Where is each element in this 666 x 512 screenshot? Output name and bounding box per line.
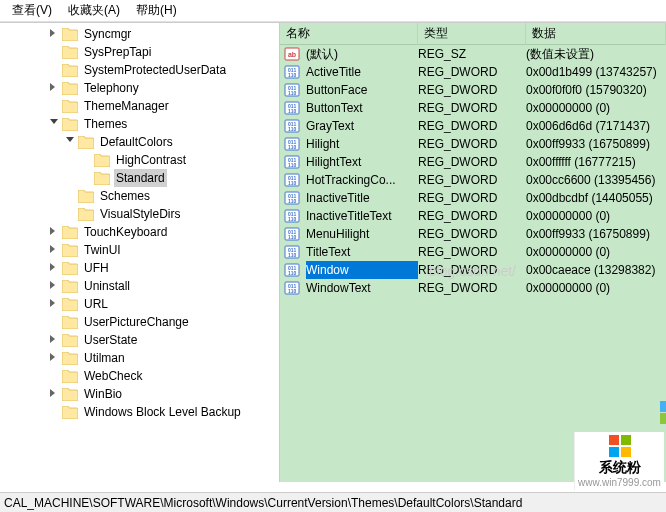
value-name: ActiveTitle [306,63,418,81]
value-row[interactable]: HilightTextREG_DWORD0x00ffffff (16777215… [280,153,666,171]
value-name: (默认) [306,45,418,63]
chevron-right-icon[interactable] [48,27,62,41]
chevron-right-icon [48,63,62,77]
value-row[interactable]: MenuHilightREG_DWORD0x00ff9933 (16750899… [280,225,666,243]
tree-item[interactable]: Standard [0,169,279,187]
value-type: REG_DWORD [418,243,526,261]
chevron-down-icon[interactable] [64,135,78,149]
col-header-data[interactable]: 数据 [526,23,666,45]
tree-item[interactable]: WinBio [0,385,279,403]
chevron-right-icon[interactable] [48,387,62,401]
reg-dword-icon [284,118,300,134]
folder-icon [94,154,110,167]
chevron-right-icon[interactable] [48,225,62,239]
value-type: REG_DWORD [418,153,526,171]
chevron-right-icon[interactable] [48,333,62,347]
tree-item-label: Uninstall [82,277,132,295]
tree-item-label: VisualStyleDirs [98,205,182,223]
tree-item[interactable]: TwinUI [0,241,279,259]
brand-logo-icon [609,435,631,457]
value-row[interactable]: (默认)REG_SZ(数值未设置) [280,45,666,63]
tree-item[interactable]: VisualStyleDirs [0,205,279,223]
reg-dword-icon [284,172,300,188]
value-type: REG_DWORD [418,117,526,135]
chevron-right-icon[interactable] [48,261,62,275]
tree-item-label: TouchKeyboard [82,223,169,241]
tree-item[interactable]: Utilman [0,349,279,367]
chevron-down-icon[interactable] [48,117,62,131]
chevron-right-icon[interactable] [48,243,62,257]
col-header-type[interactable]: 类型 [418,23,526,45]
folder-icon [94,172,110,185]
value-name: HotTrackingCo... [306,171,418,189]
folder-icon [62,64,78,77]
folder-icon [62,334,78,347]
tree-item[interactable]: WebCheck [0,367,279,385]
value-row[interactable]: WindowREG_DWORD0x00caeace (13298382) [280,261,666,279]
menu-item[interactable]: 收藏夹(A) [60,0,128,21]
folder-icon [62,352,78,365]
tree-item[interactable]: Uninstall [0,277,279,295]
value-row[interactable]: HilightREG_DWORD0x00ff9933 (16750899) [280,135,666,153]
value-row[interactable]: TitleTextREG_DWORD0x00000000 (0) [280,243,666,261]
chevron-right-icon[interactable] [48,297,62,311]
tree-item[interactable]: TouchKeyboard [0,223,279,241]
value-row[interactable]: InactiveTitleTextREG_DWORD0x00000000 (0) [280,207,666,225]
tree-item[interactable]: Syncmgr [0,25,279,43]
value-name: Hilight [306,135,418,153]
value-row[interactable]: WindowTextREG_DWORD0x00000000 (0) [280,279,666,297]
tree-pane[interactable]: SyncmgrSysPrepTapiSystemProtectedUserDat… [0,23,280,482]
col-header-name[interactable]: 名称 [280,23,418,45]
values-pane[interactable]: 名称 类型 数据 (默认)REG_SZ(数值未设置)ActiveTitleREG… [280,23,666,482]
value-row[interactable]: ButtonTextREG_DWORD0x00000000 (0) [280,99,666,117]
value-type: REG_DWORD [418,135,526,153]
value-data: 0x00ff9933 (16750899) [526,225,666,243]
value-row[interactable]: ButtonFaceREG_DWORD0x00f0f0f0 (15790320) [280,81,666,99]
value-name: Window [306,261,418,279]
column-headers[interactable]: 名称 类型 数据 [280,23,666,45]
value-type: REG_DWORD [418,63,526,81]
value-row[interactable]: ActiveTitleREG_DWORD0x00d1b499 (13743257… [280,63,666,81]
value-type: REG_DWORD [418,171,526,189]
chevron-right-icon[interactable] [48,81,62,95]
chevron-right-icon[interactable] [48,279,62,293]
reg-dword-icon [284,64,300,80]
tree-item[interactable]: Windows Block Level Backup [0,403,279,421]
value-type: REG_DWORD [418,207,526,225]
tree-item[interactable]: DefaultColors [0,133,279,151]
tree-item-label: UserState [82,331,139,349]
tree-item[interactable]: ThemeManager [0,97,279,115]
value-type: REG_DWORD [418,261,526,279]
menu-item[interactable]: 帮助(H) [128,0,185,21]
folder-icon [62,226,78,239]
tree-item[interactable]: HighContrast [0,151,279,169]
menu-item[interactable]: 查看(V) [4,0,60,21]
tree-item-label: Syncmgr [82,25,133,43]
reg-dword-icon [284,190,300,206]
tree-item[interactable]: Telephony [0,79,279,97]
tree-item-label: SysPrepTapi [82,43,153,61]
tree-item[interactable]: Schemes [0,187,279,205]
tree-item-label: SystemProtectedUserData [82,61,228,79]
chevron-right-icon[interactable] [48,351,62,365]
value-name: ButtonFace [306,81,418,99]
folder-icon [62,28,78,41]
tree-item[interactable]: SystemProtectedUserData [0,61,279,79]
value-row[interactable]: GrayTextREG_DWORD0x006d6d6d (7171437) [280,117,666,135]
value-row[interactable]: InactiveTitleREG_DWORD0x00dbcdbf (144050… [280,189,666,207]
tree-item-label: TwinUI [82,241,123,259]
tree-item[interactable]: URL [0,295,279,313]
tree-item[interactable]: UserPictureChange [0,313,279,331]
tree-item[interactable]: SysPrepTapi [0,43,279,61]
value-name: InactiveTitleText [306,207,418,225]
folder-icon [62,82,78,95]
tree-item-label: Schemes [98,187,152,205]
tree-item-label: Telephony [82,79,141,97]
tree-item[interactable]: UserState [0,331,279,349]
value-row[interactable]: HotTrackingCo...REG_DWORD0x00cc6600 (133… [280,171,666,189]
menubar: 查看(V)收藏夹(A)帮助(H) [0,0,666,22]
tree-item[interactable]: UFH [0,259,279,277]
value-type: REG_DWORD [418,189,526,207]
tree-item[interactable]: Themes [0,115,279,133]
folder-icon [62,262,78,275]
